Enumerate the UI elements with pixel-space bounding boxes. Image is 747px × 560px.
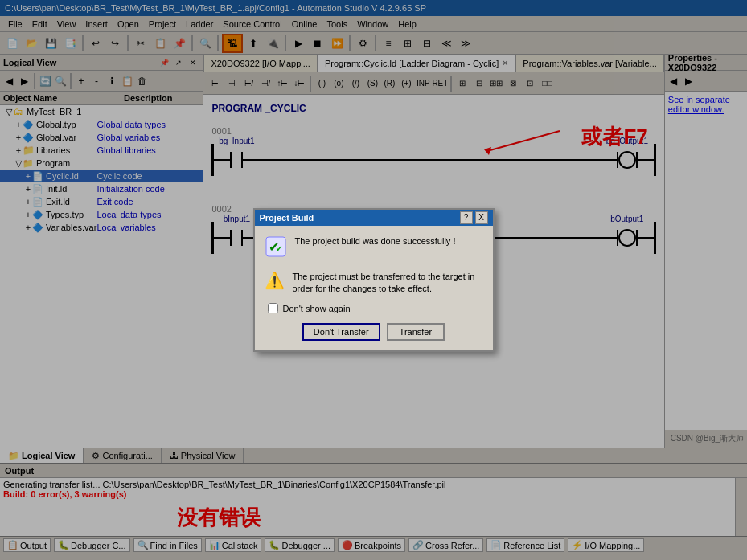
project-build-dialog: Project Build ? X ✔ ✔ The project build … — [253, 208, 495, 353]
warning-icon: ⚠️ — [265, 271, 285, 290]
modal-help-btn[interactable]: ? — [460, 211, 473, 224]
dont-show-checkbox[interactable] — [268, 303, 278, 313]
modal-buttons: Don't Transfer Transfer — [265, 323, 483, 341]
dont-show-label: Don't show again — [283, 304, 351, 313]
modal-warning-row: ⚠️ The project must be transferred to th… — [265, 271, 483, 296]
modal-close-btn[interactable]: X — [475, 211, 488, 224]
modal-success-row: ✔ ✔ The project build was done successfu… — [265, 235, 483, 263]
modal-title: Project Build — [260, 213, 314, 223]
modal-success-text: The project build was done successfully … — [295, 235, 456, 247]
modal-body: ✔ ✔ The project build was done successfu… — [255, 226, 493, 351]
modal-warning-text: The project must be transferred to the t… — [293, 271, 483, 296]
transfer-btn[interactable]: Transfer — [387, 323, 445, 341]
modal-checkbox-row: Don't show again — [265, 303, 483, 313]
success-icon: ✔ ✔ — [265, 235, 287, 263]
modal-titlebar: Project Build ? X — [255, 210, 493, 226]
svg-text:✔: ✔ — [276, 244, 282, 253]
modal-overlay: Project Build ? X ✔ ✔ The project build … — [0, 0, 747, 560]
dont-transfer-btn[interactable]: Don't Transfer — [302, 323, 380, 341]
